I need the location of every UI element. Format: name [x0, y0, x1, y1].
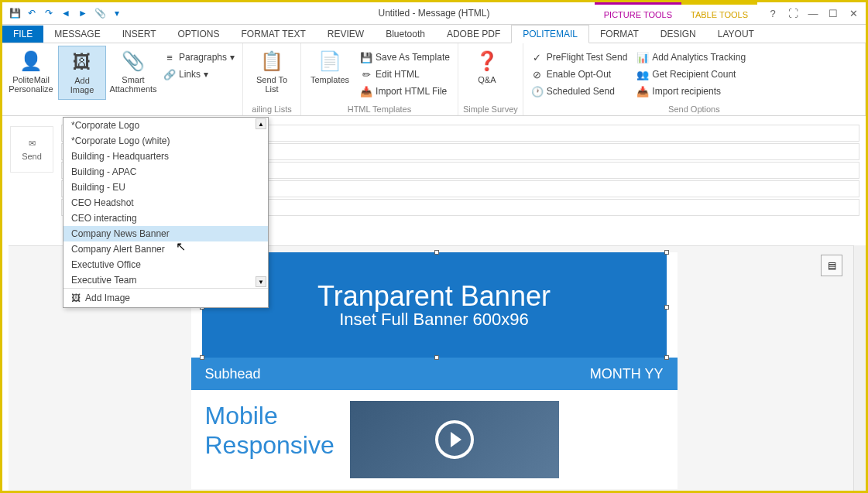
dd-item-executive-office[interactable]: Exectutive Office [63, 257, 268, 272]
add-image-dd-label: Add Image [85, 293, 130, 303]
selection-handle[interactable] [434, 355, 439, 360]
preflight-button[interactable]: ✓PreFlight Test Send [528, 49, 631, 66]
help-icon[interactable]: ? [763, 4, 782, 22]
edit-html-label: Edit HTML [376, 69, 420, 80]
qat-previous-icon[interactable]: ◄ [58, 5, 74, 21]
links-button[interactable]: 🔗Links▾ [160, 66, 238, 83]
tab-design[interactable]: DESIGN [650, 26, 707, 43]
optout-label: Enable Opt-Out [547, 69, 611, 80]
personalize-label: PoliteMail Personalize [9, 75, 53, 94]
vertical-scrollbar[interactable] [853, 245, 866, 491]
banner-image[interactable]: Tranparent Banner Inset Full Banner 600x… [202, 252, 667, 358]
tab-adobe-pdf[interactable]: ADOBE PDF [436, 26, 511, 43]
tab-format[interactable]: FORMAT [589, 26, 650, 43]
analytics-label: Add Analytics Tracking [652, 52, 746, 63]
minimize-icon[interactable]: — [804, 4, 822, 22]
dd-item-ceo-interacting[interactable]: CEO interacting [63, 211, 268, 226]
chevron-down-icon: ▾ [204, 69, 208, 80]
qat-next-icon[interactable]: ► [75, 5, 91, 21]
ribbon-group-simple-survey: ❓ Q&A Simple Survey [458, 43, 523, 115]
tab-bluetooth[interactable]: Bluetooth [375, 26, 436, 43]
paragraphs-button[interactable]: ≡Paragraphs▾ [160, 49, 238, 66]
edit-html-button[interactable]: ✏Edit HTML [357, 66, 453, 83]
qat-dropdown-icon[interactable]: ▾ [109, 5, 125, 21]
add-image-icon: 🖼 [70, 50, 94, 74]
qa-button[interactable]: ❓ Q&A [463, 46, 511, 100]
dd-item-building-eu[interactable]: Building - EU [63, 180, 268, 195]
selection-handle[interactable] [664, 355, 669, 360]
tab-file[interactable]: FILE [2, 26, 43, 43]
dd-item-building-apac[interactable]: Building - APAC [63, 164, 268, 180]
redo-icon[interactable]: ↷ [41, 5, 57, 21]
dd-item-corporate-logo[interactable]: *Corporate Logo [63, 118, 268, 133]
analytics-icon: 📊 [636, 51, 649, 63]
tab-format-text[interactable]: FORMAT TEXT [231, 26, 317, 43]
context-tab-table[interactable]: TABLE TOOLS [681, 2, 757, 25]
templates-button[interactable]: 📄 Templates [306, 46, 354, 100]
attachments-label: Smart Attachments [109, 75, 156, 94]
qat-attach-icon[interactable]: 📎 [92, 5, 108, 21]
dd-item-company-alert-banner[interactable]: Company Alert Banner [63, 241, 268, 257]
dd-item-corporate-logo-white[interactable]: *Corporate Logo (white) [63, 133, 268, 149]
undo-icon[interactable]: ↶ [24, 5, 39, 21]
tab-message[interactable]: MESSAGE [43, 26, 111, 43]
smart-attachments-button[interactable]: 📎 Smart Attachments [109, 46, 157, 100]
tab-options[interactable]: OPTIONS [167, 26, 231, 43]
dd-item-ceo-headshot[interactable]: CEO Headshot [63, 195, 268, 211]
layout-options-icon[interactable]: ▤ [821, 255, 842, 276]
maximize-icon[interactable]: ☐ [824, 4, 842, 22]
analytics-button[interactable]: 📊Add Analytics Tracking [633, 49, 749, 66]
scroll-down-icon[interactable]: ▼ [256, 276, 266, 287]
tab-layout[interactable]: LAYOUT [707, 26, 765, 43]
optout-button[interactable]: ⊘Enable Opt-Out [528, 66, 631, 83]
send-to-list-button[interactable]: 📋 Send To List [248, 46, 296, 100]
close-icon[interactable]: ✕ [844, 4, 863, 22]
scheduled-button[interactable]: 🕐Scheduled Send [528, 83, 631, 100]
selection-handle[interactable] [434, 250, 439, 255]
add-image-button[interactable]: 🖼 Add Image [58, 46, 106, 100]
scroll-up-icon[interactable]: ▲ [256, 118, 266, 129]
personalize-icon: 👤 [19, 49, 43, 74]
dropdown-add-image[interactable]: 🖼 Add Image [63, 289, 268, 307]
group-label-survey: Simple Survey [463, 103, 518, 115]
dd-item-company-news-banner[interactable]: Company News Banner [63, 226, 268, 241]
preflight-icon: ✓ [531, 51, 544, 63]
send-button[interactable]: ✉ Send [10, 126, 53, 173]
video-thumbnail[interactable] [350, 401, 559, 478]
save-as-template-button[interactable]: 💾Save As Template [357, 49, 453, 66]
edit-html-icon: ✏ [360, 68, 372, 80]
templates-label: Templates [310, 75, 349, 84]
selection-handle[interactable] [664, 305, 669, 310]
selection-handle[interactable] [200, 355, 204, 360]
qa-icon: ❓ [475, 49, 499, 74]
ribbon-group-html-templates: 📄 Templates 💾Save As Template ✏Edit HTML… [301, 43, 458, 115]
dropdown-list[interactable]: ▲ *Corporate Logo *Corporate Logo (white… [63, 118, 268, 288]
paragraphs-icon: ≡ [163, 51, 176, 63]
group-label-templates: HTML Templates [306, 103, 453, 115]
import-html-label: Import HTML File [376, 86, 447, 97]
window-title: Untitled - Message (HTML) [378, 8, 489, 19]
dd-item-executive-team[interactable]: Executive Team [63, 272, 268, 288]
dd-item-building-hq[interactable]: Building - Headquarters [63, 149, 268, 164]
context-tabs: PICTURE TOOLS TABLE TOOLS [595, 2, 757, 25]
links-icon: 🔗 [163, 68, 176, 80]
politemail-personalize-button[interactable]: 👤 PoliteMail Personalize [7, 46, 55, 100]
send-label: Send [22, 152, 42, 161]
import-recipients-button[interactable]: 📥Import recipients [633, 83, 749, 100]
selection-handle[interactable] [664, 250, 669, 255]
send-icon: ✉ [29, 139, 36, 149]
recipient-count-button[interactable]: 👥Get Recipient Count [633, 66, 749, 83]
send-to-list-icon: 📋 [259, 49, 284, 74]
tab-insert[interactable]: INSERT [112, 26, 167, 43]
scheduled-label: Scheduled Send [547, 86, 615, 97]
tab-review[interactable]: REVIEW [317, 26, 375, 43]
window-controls: ? ⛶ — ☐ ✕ [763, 4, 863, 22]
import-html-button[interactable]: 📥Import HTML File [357, 83, 453, 100]
subhead-left: Subhead [205, 366, 261, 382]
tab-politemail[interactable]: POLITEMAIL [511, 25, 589, 43]
context-tab-picture[interactable]: PICTURE TOOLS [595, 2, 681, 25]
ribbon-options-icon[interactable]: ⛶ [784, 4, 802, 22]
save-icon[interactable]: 💾 [7, 5, 22, 21]
paragraphs-label: Paragraphs [179, 52, 227, 63]
preflight-label: PreFlight Test Send [547, 52, 628, 63]
